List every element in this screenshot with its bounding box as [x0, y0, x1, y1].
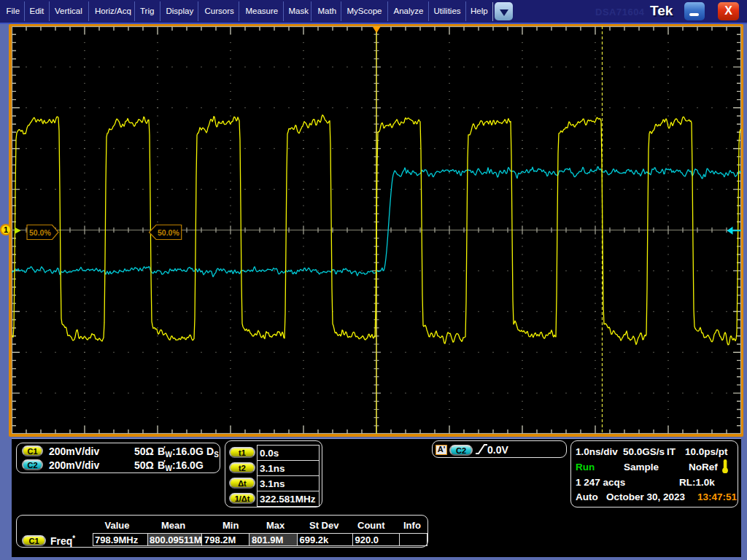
svg-text:50.0%: 50.0% [29, 228, 51, 237]
svg-text:50.0%: 50.0% [158, 228, 179, 237]
